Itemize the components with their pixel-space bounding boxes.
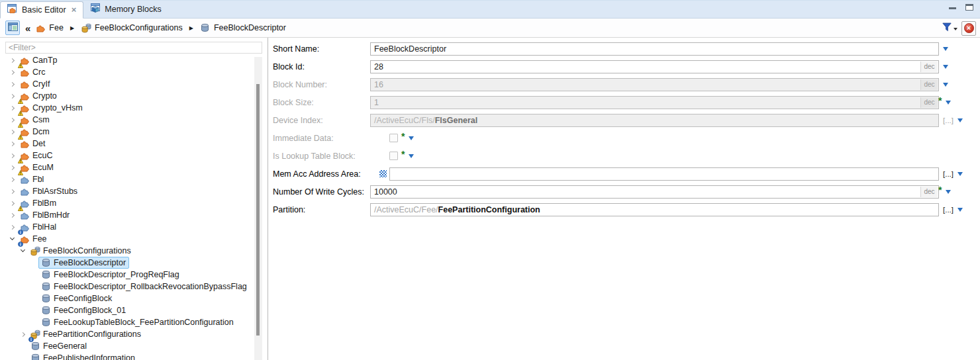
tree-item-Fee[interactable]: Fee (0, 233, 256, 245)
tree-item-body[interactable]: Fee (17, 233, 50, 245)
expand-arrow-icon[interactable] (7, 154, 17, 158)
expand-arrow-icon[interactable] (7, 166, 17, 169)
tree-item-body[interactable]: FeePartitionConfigurations (28, 328, 144, 340)
tab-memory-blocks[interactable]: Memory Blocks (83, 1, 168, 18)
tree-item-body[interactable]: Crypto_vHsm (17, 102, 86, 114)
tree-item-Crc[interactable]: Crc (0, 66, 256, 78)
expand-arrow-icon[interactable] (7, 202, 17, 205)
tree-item-FeeBlockDescriptor_RollbackRevocationBypassFlag[interactable]: FeeBlockDescriptor_RollbackRevocationByp… (0, 281, 256, 292)
tree-item-body[interactable]: FblHal (17, 221, 60, 233)
value-input[interactable]: 10000dec (370, 185, 939, 199)
tree-item-body[interactable]: Crypto (17, 90, 60, 102)
tree-item-FeeLookupTableBlock_FeePartitionConfiguration[interactable]: FeeLookupTableBlock_FeePartitionConfigur… (0, 316, 256, 328)
tree-item-FeeBlockDescriptor[interactable]: FeeBlockDescriptor (0, 257, 256, 269)
value-input[interactable]: 28dec (370, 60, 939, 73)
tree-item-body[interactable]: FeeGeneral (28, 340, 90, 352)
expand-arrow-icon[interactable] (7, 178, 17, 181)
expand-arrow-icon[interactable] (7, 142, 17, 146)
filter-dropdown-button[interactable] (942, 22, 957, 34)
expand-arrow-icon[interactable] (7, 130, 17, 134)
tree-item-FblAsrStubs[interactable]: FblAsrStubs (0, 185, 256, 197)
tree-item-FblBm[interactable]: FblBm (0, 197, 256, 209)
expand-arrow-icon[interactable] (17, 333, 28, 336)
tree-item-body[interactable]: FblBm (17, 197, 60, 209)
expand-arrow-icon[interactable] (7, 214, 17, 217)
close-icon[interactable]: × (72, 6, 77, 14)
tree-item-body[interactable]: FeeConfigBlock (38, 292, 115, 304)
tree-item-Det[interactable]: Det (0, 138, 256, 150)
expand-arrow-icon[interactable] (7, 95, 17, 98)
tree-item-FeeBlockConfigurations[interactable]: FeeBlockConfigurations (0, 245, 256, 257)
collapse-arrow-icon[interactable] (7, 238, 17, 240)
dropdown-arrow-icon[interactable] (409, 136, 414, 140)
tree-item-FblHal[interactable]: FblHal (0, 221, 256, 233)
dropdown-arrow-icon[interactable] (957, 118, 963, 122)
dropdown-arrow-icon[interactable] (946, 101, 951, 105)
tab-basic-editor[interactable]: Basic Editor × (0, 1, 83, 19)
tree-item-FeePartitionConfigurations[interactable]: FeePartitionConfigurations (0, 328, 256, 340)
tree-item-body[interactable]: Dcm (17, 126, 53, 138)
dropdown-arrow-icon[interactable] (409, 154, 414, 158)
tree-item-Fbl[interactable]: Fbl (0, 173, 256, 185)
tree-item-body[interactable]: FeePublishedInformation (28, 352, 138, 360)
tree-item-Csm[interactable]: Csm (0, 114, 256, 126)
dropdown-arrow-icon[interactable] (943, 83, 948, 87)
tree-item-body[interactable]: CryIf (17, 78, 53, 90)
dropdown-arrow-icon[interactable] (943, 47, 948, 51)
tree-item-body[interactable]: Det (17, 138, 48, 150)
tree-filter-input[interactable] (5, 42, 262, 54)
tree-item-Dcm[interactable]: Dcm (0, 126, 256, 138)
tree-item-CryIf[interactable]: CryIf (0, 78, 256, 90)
tree-item-body[interactable]: EcuM (17, 161, 57, 173)
browse-button[interactable]: [...] (943, 170, 954, 178)
tree-item-body[interactable]: FeeBlockDescriptor_RollbackRevocationByp… (38, 281, 250, 292)
maximize-icon[interactable] (965, 4, 973, 11)
browse-button[interactable]: [...] (943, 206, 954, 214)
tree-item-body[interactable]: FeeBlockConfigurations (28, 245, 134, 257)
expand-arrow-icon[interactable] (7, 226, 17, 229)
tree-item-body[interactable]: EcuC (17, 150, 56, 161)
dropdown-arrow-icon[interactable] (943, 65, 948, 69)
tree-item-FeePublishedInformation[interactable]: FeePublishedInformation (0, 352, 256, 360)
close-editor-button[interactable]: × (961, 21, 976, 36)
tree-item-body[interactable]: Csm (17, 114, 53, 126)
tree-item-CanTp[interactable]: CanTp (0, 54, 256, 66)
minimize-icon[interactable] (949, 7, 956, 9)
expand-arrow-icon[interactable] (7, 59, 17, 62)
tree-item-body[interactable]: FblBmHdr (17, 209, 73, 221)
tree-item-body[interactable]: FeeConfigBlock_01 (38, 304, 129, 316)
expand-arrow-icon[interactable] (7, 190, 17, 193)
tree-item-FeeGeneral[interactable]: FeeGeneral (0, 340, 256, 352)
tree-item-body[interactable]: CanTp (17, 54, 61, 66)
dropdown-arrow-icon[interactable] (957, 172, 963, 176)
collapse-arrow-icon[interactable] (17, 250, 28, 251)
collapse-breadcrumb-button[interactable]: « (25, 22, 30, 34)
value-input[interactable]: /ActiveEcuC/Fee/FeePartitionConfiguratio… (370, 203, 939, 216)
tree-item-EcuM[interactable]: EcuM (0, 161, 256, 173)
tree-item-body[interactable]: Crc (17, 66, 48, 78)
breadcrumb-item-Fee[interactable]: Fee (35, 22, 64, 33)
tree-item-FblBmHdr[interactable]: FblBmHdr (0, 209, 256, 221)
tree-item-FeeConfigBlock_01[interactable]: FeeConfigBlock_01 (0, 304, 256, 316)
editor-layout-toggle-button[interactable] (5, 21, 20, 35)
tree-item-body[interactable]: FblAsrStubs (17, 185, 81, 197)
expand-arrow-icon[interactable] (7, 118, 17, 122)
tree-item-body[interactable]: FeeLookupTableBlock_FeePartitionConfigur… (38, 316, 237, 328)
dropdown-arrow-icon[interactable] (946, 190, 951, 194)
tree-item-body[interactable]: FeeBlockDescriptor_ProgReqFlag (38, 269, 183, 281)
tree-scrollbar-thumb[interactable] (256, 84, 260, 336)
tree-item-body[interactable]: Fbl (17, 173, 47, 185)
tree-item-Crypto[interactable]: Crypto (0, 90, 256, 102)
breadcrumb-item-FeeBlockDescriptor[interactable]: FeeBlockDescriptor (200, 22, 286, 33)
value-input[interactable] (389, 167, 939, 181)
tree-item-Crypto_vHsm[interactable]: Crypto_vHsm (0, 102, 256, 114)
tree-item-EcuC[interactable]: EcuC (0, 150, 256, 161)
expand-arrow-icon[interactable] (7, 83, 17, 86)
value-input[interactable]: FeeBlockDescriptor (370, 42, 939, 56)
tree-scrollbar[interactable] (254, 57, 262, 360)
tree-item-FeeBlockDescriptor_ProgReqFlag[interactable]: FeeBlockDescriptor_ProgReqFlag (0, 269, 256, 281)
expand-arrow-icon[interactable] (7, 71, 17, 74)
tree-selection[interactable]: FeeBlockDescriptor (38, 257, 129, 269)
expand-arrow-icon[interactable] (7, 107, 17, 110)
breadcrumb-item-FeeBlockConfigurations[interactable]: FeeBlockConfigurations (81, 22, 183, 33)
